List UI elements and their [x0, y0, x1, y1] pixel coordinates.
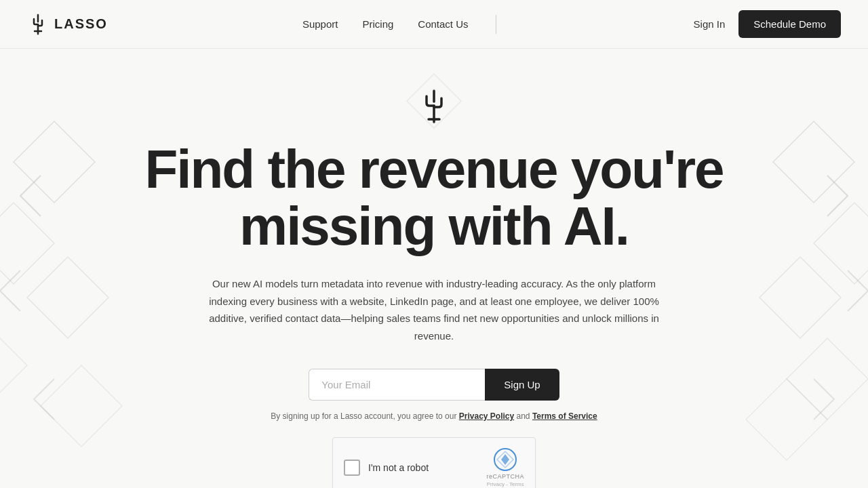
svg-marker-9	[746, 379, 827, 460]
recaptcha-logo-icon	[493, 447, 517, 472]
recaptcha-label: I'm not a robot	[368, 462, 429, 473]
svg-marker-5	[773, 121, 854, 203]
lasso-logo-icon	[27, 14, 49, 35]
svg-marker-8	[787, 338, 868, 420]
sign-in-button[interactable]: Sign In	[694, 18, 726, 30]
terms-of-service-link[interactable]: Terms of Service	[532, 411, 597, 421]
email-form: Sign Up	[129, 369, 739, 401]
nav-pricing[interactable]: Pricing	[362, 18, 393, 30]
recaptcha-brand-label: reCAPTCHA	[486, 473, 524, 480]
hero-section: Find the revenue you're missing with AI.…	[0, 49, 868, 488]
logo-text: LASSO	[54, 16, 108, 32]
nav-right: Sign In Schedule Demo	[694, 10, 841, 38]
svg-marker-1	[0, 203, 54, 284]
svg-marker-0	[14, 121, 95, 203]
hero-logo-icon	[129, 89, 739, 127]
privacy-policy-link[interactable]: Privacy Policy	[459, 411, 514, 421]
signup-button[interactable]: Sign Up	[485, 369, 559, 401]
recaptcha-right: reCAPTCHA Privacy - Terms	[486, 447, 524, 487]
svg-marker-3	[0, 325, 27, 406]
recaptcha-links-label: Privacy - Terms	[487, 481, 524, 487]
recaptcha-checkbox[interactable]	[344, 460, 360, 476]
nav-support[interactable]: Support	[302, 18, 338, 30]
hero-headline: Find the revenue you're missing with AI.	[129, 141, 739, 255]
recaptcha-widget[interactable]: I'm not a robot reCAPTCHA Privacy - Term…	[332, 437, 536, 488]
svg-marker-6	[814, 203, 868, 284]
nav-links: Support Pricing Contact Us	[302, 15, 499, 34]
logo-link[interactable]: LASSO	[27, 14, 108, 35]
hero-content: Find the revenue you're missing with AI.…	[129, 89, 739, 488]
recaptcha-left: I'm not a robot	[344, 460, 429, 476]
navbar: LASSO Support Pricing Contact Us Sign In…	[0, 0, 868, 49]
svg-marker-4	[41, 365, 122, 447]
nav-divider	[496, 15, 496, 34]
terms-text: By signing up for a Lasso account, you a…	[129, 411, 739, 421]
svg-marker-2	[27, 257, 108, 338]
email-input[interactable]	[309, 369, 485, 401]
schedule-demo-button[interactable]: Schedule Demo	[738, 10, 841, 38]
nav-contact[interactable]: Contact Us	[418, 18, 468, 30]
hero-subtext: Our new AI models turn metadata into rev…	[203, 275, 665, 344]
svg-marker-7	[760, 257, 841, 338]
